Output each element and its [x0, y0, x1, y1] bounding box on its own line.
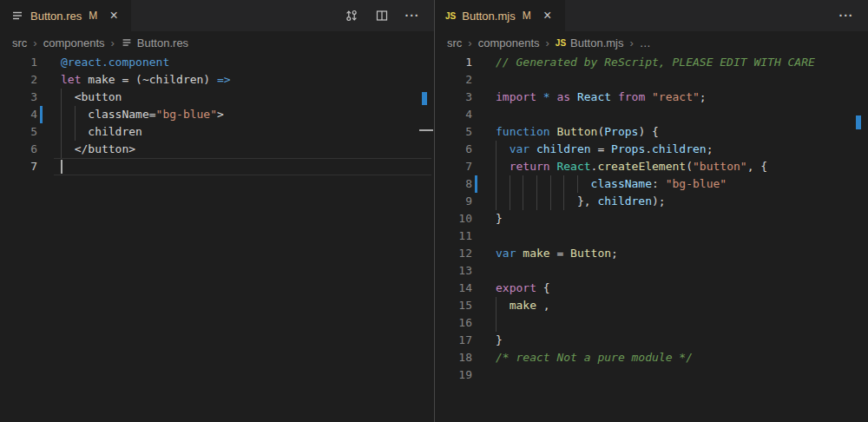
code-editor-left[interactable]: 1@react.component2let make = (~children)… — [0, 54, 434, 422]
tab-title: Button.res — [30, 10, 82, 23]
code-line[interactable]: 17} — [435, 332, 868, 349]
chevron-right-icon: › — [468, 36, 471, 49]
overview-modified-mark — [422, 92, 427, 105]
line-number: 1 — [0, 54, 37, 71]
editor-actions-right: ··· — [838, 0, 868, 31]
line-number: 19 — [435, 366, 472, 384]
code-line[interactable]: 15 make , — [435, 297, 868, 314]
line-number: 6 — [0, 141, 37, 158]
file-lines-icon — [121, 36, 133, 49]
breadcrumb-folder-components[interactable]: components — [43, 36, 105, 49]
line-number: 18 — [435, 349, 472, 366]
code-line[interactable]: 3 <button — [0, 89, 434, 106]
code-line[interactable]: 6 </button> — [0, 141, 434, 158]
breadcrumb-right: src › components › JS Button.mjs › … — [435, 31, 868, 54]
code-line[interactable]: 8 className: "bg-blue" — [435, 175, 868, 193]
code-line[interactable]: 12var make = Button; — [435, 245, 868, 262]
code-text: className: "bg-blue" — [496, 175, 727, 193]
code-text: </button> — [61, 141, 135, 158]
file-lines-icon — [10, 9, 24, 23]
line-number: 3 — [435, 89, 472, 106]
text-cursor — [61, 160, 62, 174]
overview-modified-mark — [856, 115, 861, 129]
line-number: 5 — [435, 123, 472, 141]
code-text: /* react Not a pure module */ — [496, 349, 693, 366]
code-line[interactable]: 2let make = (~children) => — [0, 71, 434, 89]
overview-cursor-mark — [419, 129, 433, 131]
line-number: 9 — [435, 193, 472, 210]
code-text: let make = (~children) => — [61, 71, 231, 89]
code-text: <button — [61, 89, 122, 106]
line-number: 3 — [0, 89, 37, 106]
breadcrumb-file[interactable]: JS Button.mjs — [556, 36, 624, 49]
code-line[interactable]: 7 — [0, 158, 434, 175]
code-text: function Button(Props) { — [496, 123, 659, 141]
line-number: 17 — [435, 332, 472, 349]
editor-pane-left: Button.res M × ··· — [0, 0, 434, 422]
code-line[interactable]: 7 return React.createElement("button", { — [435, 158, 868, 175]
code-line[interactable]: 9 }, children); — [435, 193, 868, 210]
code-text: className="bg-blue"> — [61, 106, 224, 123]
breadcrumb-left: src › components › Button.res — [0, 31, 434, 54]
breadcrumb-folder-src[interactable]: src — [447, 36, 462, 49]
code-text: import * as React from "react"; — [496, 89, 707, 106]
code-line[interactable]: 18/* react Not a pure module */ — [435, 349, 868, 366]
breadcrumb-file-label: Button.res — [137, 36, 188, 49]
code-text: children — [61, 123, 142, 141]
code-line[interactable]: 2 — [435, 71, 868, 89]
line-number: 16 — [435, 314, 472, 332]
code-line[interactable]: 4 — [435, 106, 868, 123]
code-text: var children = Props.children; — [496, 141, 713, 158]
editor-pane-right: JS Button.mjs M × ··· src › components ›… — [434, 0, 868, 422]
code-line[interactable]: 4 className="bg-blue"> — [0, 106, 434, 123]
breadcrumb-file-label: Button.mjs — [570, 36, 623, 49]
chevron-right-icon: › — [630, 36, 634, 49]
code-line[interactable]: 11 — [435, 227, 868, 245]
split-editor-icon[interactable] — [374, 8, 390, 23]
breadcrumb-file[interactable]: Button.res — [121, 36, 188, 49]
gutter-modified-indicator — [40, 106, 43, 123]
breadcrumb-folder-src[interactable]: src — [12, 36, 27, 49]
line-number: 2 — [0, 71, 37, 89]
code-line[interactable]: 1// Generated by ReScript, PLEASE EDIT W… — [435, 54, 868, 71]
line-number: 11 — [435, 227, 472, 245]
code-line[interactable]: 16 — [435, 314, 868, 332]
code-text: // Generated by ReScript, PLEASE EDIT WI… — [496, 54, 815, 71]
chevron-right-icon: › — [33, 36, 36, 49]
tab-bar-right: JS Button.mjs M × ··· — [435, 0, 868, 31]
code-line[interactable]: 19 — [435, 366, 868, 384]
line-number: 7 — [435, 158, 472, 175]
more-actions-icon[interactable]: ··· — [404, 8, 420, 23]
breadcrumb-folder-components[interactable]: components — [478, 36, 540, 49]
code-line[interactable]: 5function Button(Props) { — [435, 123, 868, 141]
tab-bar-left: Button.res M × ··· — [0, 0, 434, 31]
editor-actions-left: ··· — [344, 0, 434, 31]
git-modified-badge: M — [523, 10, 531, 22]
breadcrumb-symbol-ellipsis[interactable]: … — [640, 36, 651, 49]
line-number: 13 — [435, 262, 472, 280]
tab-button-mjs[interactable]: JS Button.mjs M × — [435, 0, 565, 31]
close-icon[interactable]: × — [107, 9, 121, 23]
open-changes-icon[interactable] — [344, 8, 359, 23]
close-icon[interactable]: × — [541, 9, 555, 23]
code-line[interactable]: 6 var children = Props.children; — [435, 141, 868, 158]
code-line[interactable]: 1@react.component — [0, 54, 434, 71]
current-line-highlight — [54, 158, 431, 175]
code-line[interactable]: 10} — [435, 210, 868, 227]
code-line[interactable]: 3import * as React from "react"; — [435, 89, 868, 106]
chevron-right-icon: › — [546, 36, 549, 49]
chevron-right-icon: › — [111, 36, 115, 49]
code-text: @react.component — [61, 54, 169, 71]
tab-button-res[interactable]: Button.res M × — [0, 0, 131, 31]
line-number: 6 — [435, 141, 472, 158]
line-number: 4 — [0, 106, 37, 123]
line-number: 14 — [435, 280, 472, 297]
code-line[interactable]: 14export { — [435, 280, 868, 297]
code-editor-right[interactable]: 1// Generated by ReScript, PLEASE EDIT W… — [435, 54, 868, 422]
js-icon: JS — [445, 11, 456, 21]
more-actions-icon[interactable]: ··· — [838, 8, 854, 23]
code-line[interactable]: 5 children — [0, 123, 434, 141]
code-text: }, children); — [496, 193, 666, 210]
code-line[interactable]: 13 — [435, 262, 868, 280]
code-text: export { — [496, 280, 550, 297]
